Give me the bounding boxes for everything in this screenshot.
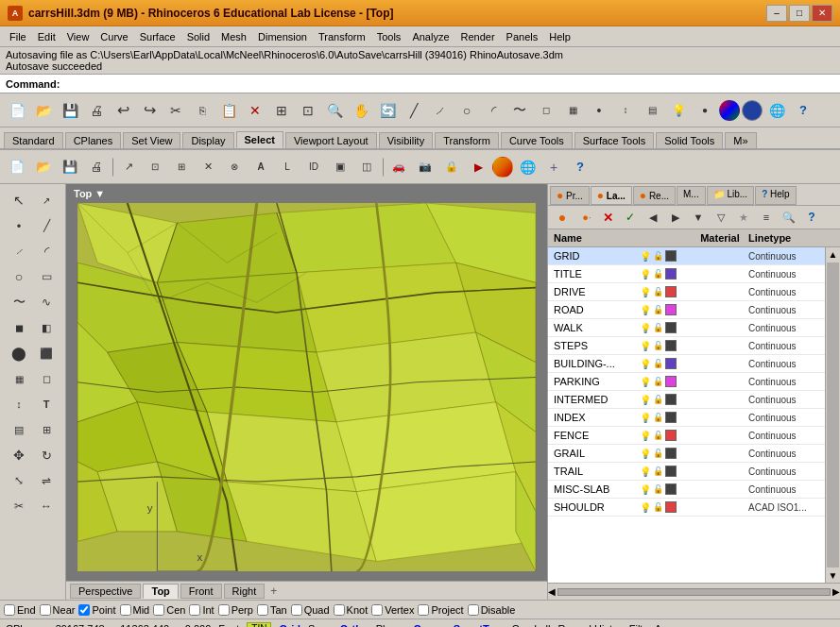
menu-view[interactable]: View: [61, 29, 95, 44]
layer-scrollbar[interactable]: ▲ ▼: [825, 247, 840, 583]
panel-tab-material[interactable]: M...: [677, 186, 706, 205]
menu-render[interactable]: Render: [455, 29, 501, 44]
tb-print[interactable]: 🖨: [84, 98, 109, 123]
layer-lock-icon[interactable]: 🔓: [653, 251, 663, 261]
tb2-invert-sel[interactable]: ⊗: [222, 155, 247, 179]
layer-visibility-icon[interactable]: 💡: [640, 359, 651, 369]
tb-line[interactable]: ╱: [402, 98, 426, 123]
tb-pan[interactable]: ✋: [349, 98, 373, 123]
scroll-down-arrow[interactable]: ▼: [826, 568, 840, 583]
tb2-arrow-r[interactable]: ▶: [466, 155, 490, 179]
layer-row[interactable]: SHOULDR💡🔓ACAD ISO1...: [548, 499, 825, 517]
layer-lock-icon[interactable]: 🔓: [653, 269, 663, 279]
tb-zoom-window[interactable]: 🔍: [322, 98, 347, 123]
layer-color-box[interactable]: [665, 501, 677, 513]
tb2-color2[interactable]: [492, 157, 513, 178]
osnap-point-checkbox[interactable]: [78, 604, 90, 616]
layer-lock-icon[interactable]: 🔓: [653, 377, 663, 386]
tb-dim[interactable]: ↕: [613, 98, 638, 123]
tab-setview[interactable]: Set View: [123, 132, 180, 148]
layer-lock-icon[interactable]: 🔓: [653, 395, 663, 404]
layer-color-box[interactable]: [665, 250, 677, 262]
tb2-group[interactable]: ▣: [328, 155, 352, 179]
lt-select2[interactable]: ↗: [33, 188, 60, 212]
layer-color-box[interactable]: [665, 268, 677, 280]
layer-lock-icon[interactable]: 🔓: [653, 431, 663, 440]
layer-row[interactable]: BUILDING-...💡🔓Continuous: [548, 355, 825, 373]
layer-color-box[interactable]: [665, 340, 677, 351]
tb-circle[interactable]: ○: [454, 98, 479, 123]
vp-tab-perspective[interactable]: Perspective: [70, 584, 141, 599]
gumball-button[interactable]: Gumball: [512, 623, 551, 628]
panel-hscroll-thumb[interactable]: [557, 588, 831, 596]
lt-surface2[interactable]: ◻: [33, 366, 60, 391]
tb-paste[interactable]: 📋: [216, 98, 241, 123]
osnap-disable-checkbox[interactable]: [468, 604, 479, 616]
vp-tab-top[interactable]: Top: [143, 584, 178, 599]
tb-hatch[interactable]: ▤: [640, 98, 664, 123]
lt-sphere[interactable]: ⬤: [6, 341, 32, 365]
tab-cplanes[interactable]: CPlanes: [65, 132, 122, 148]
layer-color-box[interactable]: [665, 286, 677, 297]
tb2-sel-last[interactable]: L: [275, 155, 300, 179]
tb2-sel-id[interactable]: ID: [301, 155, 326, 179]
tb-globe[interactable]: 🌐: [764, 98, 789, 123]
tab-standard[interactable]: Standard: [4, 132, 63, 148]
snap-button[interactable]: Snap: [308, 623, 333, 628]
layer-lock-icon[interactable]: 🔓: [653, 305, 663, 314]
tb-undo[interactable]: ↩: [111, 98, 135, 123]
panel-tab-properties[interactable]: ● Pr...: [550, 186, 590, 205]
minimize-button[interactable]: –: [766, 5, 787, 22]
tb-rotate[interactable]: 🔄: [375, 98, 400, 123]
pt-help[interactable]: ?: [801, 208, 822, 227]
osnap-perp-checkbox[interactable]: [218, 604, 230, 616]
layer-visibility-icon[interactable]: 💡: [640, 502, 651, 513]
tab-select[interactable]: Select: [236, 131, 283, 148]
lt-mesh-create[interactable]: ▦: [6, 366, 32, 391]
tab-display[interactable]: Display: [182, 132, 233, 148]
tb2-crossing-select[interactable]: ⊞: [169, 155, 194, 179]
tb-new[interactable]: 📄: [5, 98, 29, 123]
lt-box[interactable]: ⬛: [33, 341, 60, 365]
pt-down[interactable]: ▼: [688, 208, 709, 227]
layer-row[interactable]: WALK💡🔓Continuous: [548, 319, 825, 337]
tb-save[interactable]: 💾: [58, 98, 82, 123]
layer-row[interactable]: ROAD💡🔓Continuous: [548, 301, 825, 319]
layer-visibility-icon[interactable]: 💡: [640, 269, 651, 280]
scroll-thumb[interactable]: [827, 263, 839, 568]
tb-material[interactable]: ●: [693, 98, 717, 123]
layer-lock-icon[interactable]: 🔓: [653, 502, 663, 512]
lt-polyline[interactable]: ⟋: [6, 239, 32, 263]
grid-button[interactable]: Grid: [279, 623, 300, 628]
layer-row[interactable]: GRID💡🔓Continuous: [548, 247, 825, 265]
layer-color-box[interactable]: [665, 394, 677, 405]
tb2-help[interactable]: ?: [568, 155, 592, 179]
tb-redo[interactable]: ↪: [137, 98, 162, 123]
layer-lock-icon[interactable]: 🔓: [653, 359, 663, 368]
pt-new-layer[interactable]: ●: [552, 208, 573, 227]
layer-lock-icon[interactable]: 🔓: [653, 287, 663, 297]
scroll-up-arrow[interactable]: ▲: [826, 247, 840, 262]
menu-surface[interactable]: Surface: [134, 29, 181, 44]
layer-visibility-icon[interactable]: 💡: [640, 413, 651, 423]
maximize-button[interactable]: □: [789, 5, 810, 22]
layer-color-box[interactable]: [665, 466, 677, 477]
osnap-tan-checkbox[interactable]: [257, 604, 268, 616]
osnap-quad-checkbox[interactable]: [291, 604, 302, 616]
vp-tab-right[interactable]: Right: [224, 584, 266, 599]
layer-row[interactable]: PARKING💡🔓Continuous: [548, 373, 825, 391]
lt-text[interactable]: T: [33, 392, 60, 416]
layer-color-box[interactable]: [665, 430, 677, 441]
pt-new-sublayer[interactable]: ●·: [574, 208, 595, 227]
tab-visibility[interactable]: Visibility: [379, 132, 434, 148]
pt-check[interactable]: ✓: [620, 208, 641, 227]
lt-circle[interactable]: ○: [6, 264, 32, 289]
osnap-vertex-checkbox[interactable]: [371, 604, 383, 616]
pt-options[interactable]: ≡: [756, 208, 777, 227]
layer-visibility-icon[interactable]: 💡: [640, 395, 651, 405]
lt-move[interactable]: ✥: [6, 443, 32, 467]
layer-lock-icon[interactable]: 🔓: [653, 341, 663, 350]
layer-visibility-icon[interactable]: 💡: [640, 377, 651, 387]
layer-row[interactable]: GRAIL💡🔓Continuous: [548, 445, 825, 463]
tab-viewport-layout[interactable]: Viewport Layout: [285, 132, 377, 148]
